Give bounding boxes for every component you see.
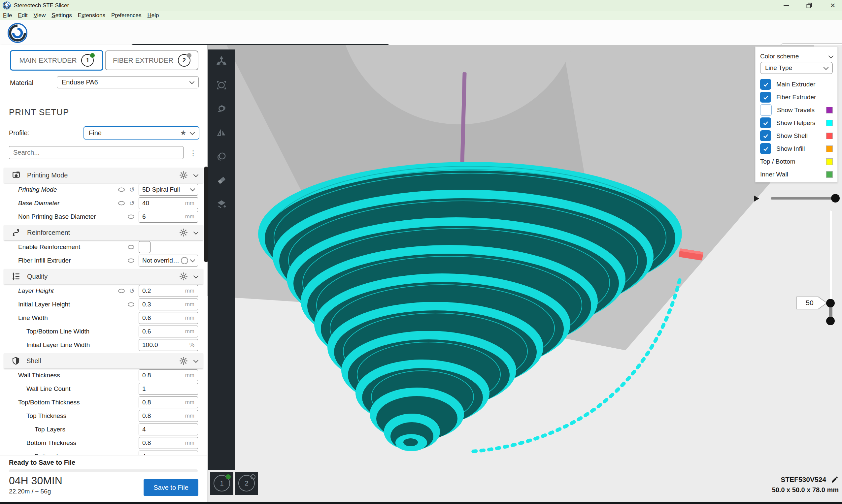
revert-icon[interactable]: ↺ [129, 186, 135, 193]
link-icon[interactable] [118, 289, 125, 293]
line-width-input[interactable]: 0.6mm [139, 312, 198, 324]
top-thickness-input[interactable]: 0.8mm [139, 410, 198, 422]
rotate-tool-button[interactable] [208, 97, 235, 121]
add-plane-tool-button[interactable] [208, 192, 235, 216]
play-simulation-button[interactable] [754, 196, 759, 201]
restore-icon [806, 3, 812, 8]
link-icon[interactable] [118, 201, 125, 205]
section-header-reinforcement[interactable]: Reinforcement [4, 225, 203, 240]
settings-scrollbar[interactable] [204, 166, 208, 262]
toggle-fiber-extruder[interactable]: Fiber Extruder [760, 91, 833, 104]
menu-help[interactable]: Help [147, 12, 159, 19]
toggle-show-shell[interactable]: Show Shell [760, 129, 833, 142]
model-name: STEF530V524 [780, 475, 826, 484]
link-icon[interactable] [127, 302, 135, 307]
scale-tool-button[interactable] [208, 73, 235, 97]
gear-icon[interactable] [179, 229, 188, 236]
move-tool-button[interactable] [208, 50, 235, 73]
layer-slider-bottom-handle[interactable] [826, 317, 835, 325]
initial-layer-height-input[interactable]: 0.3mm [139, 299, 198, 310]
infill-color-swatch [826, 145, 833, 152]
setting-row: Initial Layer Height 0.3mm [0, 298, 207, 311]
revert-icon[interactable]: ↺ [129, 200, 135, 206]
menu-file[interactable]: File [3, 12, 12, 19]
checkbox-checked-icon[interactable] [760, 143, 771, 154]
toggle-show-infill[interactable]: Show Infill [760, 142, 833, 155]
per-model-settings-button[interactable] [208, 144, 235, 168]
layer-slider-top-handle[interactable] [826, 299, 835, 307]
search-input[interactable] [9, 146, 183, 159]
bottom-thickness-input[interactable]: 0.8mm [139, 437, 198, 449]
star-icon[interactable]: ★ [180, 129, 187, 137]
bottom-layers-input[interactable]: 4 [139, 451, 198, 455]
layer-height-input[interactable]: 0.2mm [139, 285, 198, 297]
chevron-down-icon[interactable] [828, 53, 834, 58]
link-icon[interactable] [118, 187, 125, 192]
extruder-2-button[interactable]: 2 [235, 472, 258, 495]
section-header-quality[interactable]: Quality [4, 269, 203, 284]
gear-icon[interactable] [179, 171, 188, 179]
kebab-menu-icon[interactable]: ⋮ [190, 149, 197, 158]
restore-button[interactable] [802, 0, 817, 11]
toggle-show-travels[interactable]: Show Travels [760, 104, 833, 116]
helpers-color-swatch [826, 120, 833, 126]
menu-extensions[interactable]: Extensions [78, 12, 105, 19]
wall-thickness-input[interactable]: 0.8mm [139, 370, 198, 381]
setting-row: Bottom Layers 4 [0, 450, 207, 455]
revert-icon[interactable]: ↺ [129, 288, 135, 294]
toggle-main-extruder[interactable]: Main Extruder [760, 78, 833, 91]
viewport-3d[interactable] [207, 45, 842, 504]
extruder-circle-icon [181, 257, 188, 264]
top-layers-input[interactable]: 4 [139, 424, 198, 435]
toggle-show-helpers[interactable]: Show Helpers [760, 116, 833, 129]
base-diameter-input[interactable]: 40mm [139, 197, 198, 209]
profile-select[interactable]: Fine ★ [84, 126, 199, 140]
section-header-printing-mode[interactable]: Printing Mode [4, 167, 203, 183]
material-select[interactable]: Enduse PA6 [57, 76, 199, 88]
extruder-1-button[interactable]: 1 [210, 472, 233, 495]
checkbox-checked-icon[interactable] [760, 130, 771, 141]
link-icon[interactable] [127, 258, 135, 263]
edit-pencil-icon[interactable] [831, 475, 839, 484]
material-dot [187, 53, 191, 58]
section-header-shell[interactable]: Shell [4, 353, 203, 368]
path-slider-track[interactable] [771, 197, 836, 200]
setting-row: Bottom Thickness 0.8mm [0, 436, 207, 450]
tab-fiber-extruder[interactable]: FIBER EXTRUDER 2 [105, 51, 198, 70]
menu-settings[interactable]: Settings [52, 12, 72, 19]
layer-view-panel: Color scheme Line Type Main Extruder Fib… [755, 47, 838, 182]
link-icon[interactable] [127, 245, 135, 249]
color-scheme-select[interactable]: Line Type [760, 62, 833, 74]
support-blocker-eraser-button[interactable] [208, 168, 235, 192]
mirror-tool-button[interactable] [208, 121, 235, 144]
save-to-file-button[interactable]: Save to File [144, 479, 198, 496]
close-button[interactable]: × [825, 0, 840, 11]
minimize-button[interactable] [778, 0, 794, 11]
setting-row: Wall Line Count 1 [0, 382, 207, 395]
tab-main-extruder[interactable]: MAIN EXTRUDER 1 [10, 50, 103, 71]
setting-row: Top/Bottom Thickness 0.8mm [0, 395, 207, 409]
top-bottom-line-width-input[interactable]: 0.6mm [139, 326, 198, 338]
checkbox-checked-icon[interactable] [760, 92, 771, 103]
gear-icon[interactable] [179, 272, 188, 281]
menu-preferences[interactable]: Preferences [111, 12, 142, 19]
fiber-infill-extruder-select[interactable]: Not overridd... [139, 255, 198, 267]
checkbox-checked-icon[interactable] [760, 118, 771, 128]
wall-line-count-input[interactable]: 1 [139, 383, 198, 395]
initial-layer-line-width-input[interactable]: 100.0% [139, 339, 198, 351]
checkbox-unchecked-icon[interactable] [760, 104, 772, 116]
chevron-down-icon [193, 172, 199, 177]
non-printing-base-diameter-input[interactable]: 6mm [139, 211, 198, 223]
top-bottom-thickness-input[interactable]: 0.8mm [139, 396, 198, 408]
menu-edit[interactable]: Edit [18, 12, 28, 19]
menu-view[interactable]: View [34, 12, 46, 19]
gear-icon[interactable] [179, 357, 188, 365]
setting-row: Enable Reinforcement [0, 240, 207, 254]
chevron-down-icon [193, 229, 199, 235]
enable-reinforcement-checkbox[interactable] [139, 241, 151, 253]
link-icon[interactable] [127, 214, 135, 219]
checkbox-checked-icon[interactable] [760, 79, 771, 90]
setting-row: Fiber Infill Extruder Not overridd... [0, 254, 207, 267]
path-slider-handle[interactable] [831, 194, 840, 202]
printing-mode-select[interactable]: 5D Spiral Full [139, 184, 198, 196]
